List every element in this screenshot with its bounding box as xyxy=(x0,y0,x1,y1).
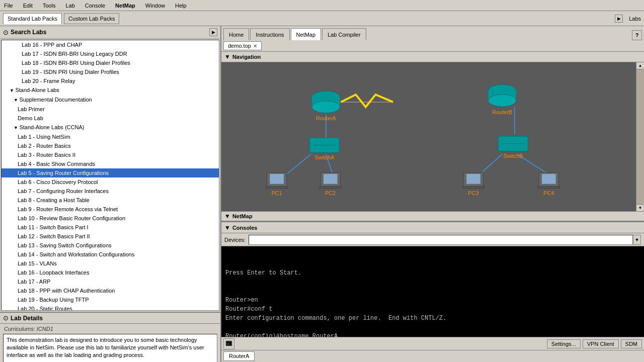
help-icon[interactable]: ? xyxy=(632,30,642,40)
menu-file[interactable]: File xyxy=(2,2,15,10)
svg-rect-24 xyxy=(270,174,284,184)
svg-rect-23 xyxy=(266,187,287,189)
tab-instructions[interactable]: Instructions xyxy=(250,28,289,40)
toolbar-expand-btn[interactable]: ▶ xyxy=(615,15,623,23)
netmap-toggle-icon[interactable]: ▼ xyxy=(224,213,230,220)
terminal-output[interactable]: Press Enter to Start. Router>en Router#c… xyxy=(221,246,644,337)
tab-netmap[interactable]: NetMap xyxy=(291,28,321,40)
list-item[interactable]: Lab 7 - Configuring Router Interfaces xyxy=(2,187,219,196)
list-item[interactable]: Lab 17 - ARP xyxy=(2,277,219,286)
standard-lab-packs-btn[interactable]: Standard Lab Packs xyxy=(3,13,62,24)
consoles-toggle-icon[interactable]: ▼ xyxy=(224,224,230,231)
list-item[interactable]: Lab 15 - VLANs xyxy=(2,259,219,268)
menu-bar: File Edit Tools Lab Console NetMap Windo… xyxy=(0,0,644,11)
network-diagram: RouterA RouterB S xyxy=(221,62,644,211)
menu-tools[interactable]: Tools xyxy=(41,2,58,10)
list-item[interactable]: Lab 9 - Router Remote Access via Telnet xyxy=(2,205,219,214)
menu-console[interactable]: Console xyxy=(83,2,107,10)
menu-edit[interactable]: Edit xyxy=(21,2,35,10)
list-item[interactable]: Lab 3 - Router Basics II xyxy=(2,150,219,159)
svg-text:>_: >_ xyxy=(227,342,231,346)
sdm-btn[interactable]: SDM xyxy=(621,339,642,348)
list-item[interactable]: Lab 11 - Switch Basics Part I xyxy=(2,223,219,232)
tab-bar: Home Instructions NetMap Lab Compiler ? xyxy=(221,26,644,40)
lab-details-title: Lab Details xyxy=(11,315,43,322)
stand-alone-labs-ccna-folder[interactable]: Stand-Alone Labs (CCNA) xyxy=(2,123,219,132)
supplemental-doc-folder[interactable]: Supplemental Documentation xyxy=(2,95,219,105)
console-icon[interactable]: >_ xyxy=(223,338,234,349)
lab-details-toggle-icon: ⊙ xyxy=(3,314,9,322)
vpn-client-btn[interactable]: VPN Client xyxy=(583,339,619,348)
svg-text:RouterA: RouterA xyxy=(316,115,337,121)
custom-lab-packs-btn[interactable]: Custom Lab Packs xyxy=(64,13,119,24)
terminal-line xyxy=(225,278,640,287)
scroll-down-btn[interactable]: ▼ xyxy=(636,204,644,211)
svg-rect-35 xyxy=(538,187,559,189)
list-item[interactable]: Lab 14 - Switch and Workstation Configur… xyxy=(2,250,219,259)
terminal-line-enter-config: Enter configuration commands, one per li… xyxy=(225,314,640,323)
search-labs-toggle[interactable]: ⊙ xyxy=(3,29,9,36)
devices-dropdown-btn[interactable]: ▼ xyxy=(633,235,641,245)
list-item[interactable]: Demo Lab xyxy=(2,114,219,123)
lab-details-header[interactable]: ⊙ Lab Details xyxy=(0,313,220,324)
svg-text:RouterB: RouterB xyxy=(492,109,512,115)
file-tab-close-btn[interactable]: ✕ xyxy=(253,43,257,49)
list-item[interactable]: Lab 19 - Backup Using TFTP xyxy=(2,295,219,304)
left-panel: ⊙ Search Labs ▶ Lab 16 - PPP and CHAP La… xyxy=(0,26,221,362)
navigation-toggle-icon[interactable]: ▼ xyxy=(224,53,230,60)
toolbar: Standard Lab Packs Custom Lab Packs ▶ La… xyxy=(0,11,644,26)
list-item[interactable]: Lab 16 - Loopback Interfaces xyxy=(2,268,219,277)
list-item[interactable]: Lab 1 - Using NetSim xyxy=(2,132,219,141)
list-item[interactable]: Lab 19 - ISDN PRI Using Dialer Profiles xyxy=(2,67,219,76)
tab-lab-compiler[interactable]: Lab Compiler xyxy=(322,28,366,40)
list-item[interactable]: Lab 16 - PPP and CHAP xyxy=(2,40,219,49)
list-item[interactable]: Lab 17 - ISDN BRI-BRI Using Legacy DDR xyxy=(2,49,219,58)
svg-rect-28 xyxy=(324,174,338,184)
terminal-line-hostname: Router(config)#hostname RouterA xyxy=(225,332,640,337)
terminal-line-conf: Router#conf t xyxy=(225,305,640,314)
menu-netmap[interactable]: NetMap xyxy=(113,2,137,10)
right-panel: Home Instructions NetMap Lab Compiler ? … xyxy=(221,26,644,362)
list-item-saving-router-configs[interactable]: Lab 5 - Saving Router Configurations xyxy=(2,168,219,177)
stand-alone-labs-folder[interactable]: Stand-Alone Labs xyxy=(2,85,219,95)
list-item[interactable]: Lab 18 - PPP with CHAP Authentication xyxy=(2,286,219,295)
settings-btn[interactable]: Settings... xyxy=(547,339,581,348)
list-item[interactable]: Lab 6 - Cisco Discovery Protocol xyxy=(2,177,219,187)
menu-window[interactable]: Window xyxy=(143,2,167,10)
scroll-up-btn[interactable]: ▲ xyxy=(636,62,644,69)
list-item[interactable]: Lab 4 - Basic Show Commands xyxy=(2,159,219,168)
list-item[interactable]: Lab 20 - Static Routes xyxy=(2,304,219,311)
list-item[interactable]: Lab 13 - Saving Switch Configurations xyxy=(2,241,219,250)
list-item[interactable]: Lab Primer xyxy=(2,105,219,114)
content-area: ⊙ Search Labs ▶ Lab 16 - PPP and CHAP La… xyxy=(0,26,644,362)
terminal-line xyxy=(225,259,640,268)
svg-text:PC4: PC4 xyxy=(543,190,554,196)
list-item[interactable]: Lab 12 - Switch Basics Part II xyxy=(2,232,219,241)
devices-label: Devices: xyxy=(224,237,246,243)
search-labs-row: ⊙ Search Labs ▶ xyxy=(0,26,220,39)
labs-expand-btn[interactable]: ▶ xyxy=(209,28,217,36)
netmap-vscrollbar[interactable]: ▲ ▼ xyxy=(636,62,644,211)
list-item[interactable]: Lab 8 - Creating a Host Table xyxy=(2,196,219,205)
lab-details-panel: ⊙ Lab Details Curriculums: ICND1 This de… xyxy=(0,312,220,362)
console-tab-bar: RouterA xyxy=(221,350,644,362)
lab-tree[interactable]: Lab 16 - PPP and CHAP Lab 17 - ISDN BRI-… xyxy=(1,40,219,311)
console-tab-router-a[interactable]: RouterA xyxy=(223,351,255,361)
list-item[interactable]: Lab 18 - ISDN BRI-BRI Using Dialer Profi… xyxy=(2,58,219,67)
file-tab-demo[interactable]: demo.top ✕ xyxy=(223,41,262,50)
svg-text:PC1: PC1 xyxy=(272,190,282,196)
list-item[interactable]: Lab 10 - Review Basic Router Configurati… xyxy=(2,214,219,223)
svg-rect-32 xyxy=(466,174,480,184)
devices-select[interactable] xyxy=(249,235,633,245)
svg-point-14 xyxy=(489,95,516,107)
list-item[interactable]: Lab 20 - Frame Relay xyxy=(2,76,219,85)
list-item[interactable]: Lab 2 - Router Basics xyxy=(2,141,219,150)
menu-help[interactable]: Help xyxy=(173,2,189,10)
svg-text:PC2: PC2 xyxy=(325,190,336,196)
labs-label: Labs xyxy=(629,16,641,22)
tab-home[interactable]: Home xyxy=(223,28,249,40)
svg-text:PC3: PC3 xyxy=(468,190,478,196)
console-toolbar: >_ Settings... VPN Client SDM xyxy=(221,337,644,350)
menu-lab[interactable]: Lab xyxy=(63,2,76,10)
consoles-label: Consoles xyxy=(232,225,258,231)
